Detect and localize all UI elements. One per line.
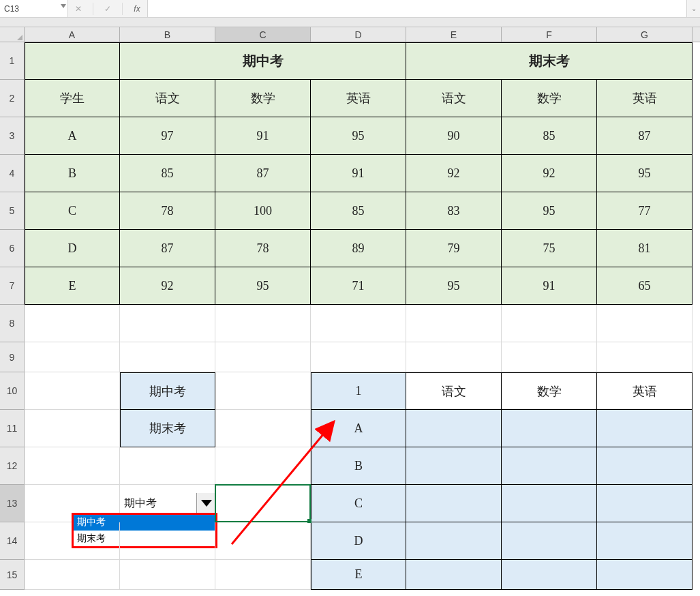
cell-G9[interactable] (597, 342, 693, 372)
cell-G10[interactable]: 英语 (597, 372, 693, 410)
cell-F6[interactable]: 75 (502, 230, 597, 267)
cell-B9[interactable] (120, 342, 215, 372)
cell-D7[interactable]: 71 (311, 267, 406, 305)
cell-C15[interactable] (215, 560, 311, 590)
cell-F9[interactable] (502, 342, 597, 372)
formula-input[interactable] (148, 0, 686, 17)
cell-E9[interactable] (406, 342, 502, 372)
cell-E15[interactable] (406, 560, 502, 590)
cell-A4[interactable]: B (25, 155, 120, 192)
cell-A6[interactable]: D (25, 230, 120, 267)
row-header-14[interactable]: 14 (0, 522, 25, 560)
cell-E3[interactable]: 90 (406, 117, 502, 155)
cell-F4[interactable]: 92 (502, 155, 597, 192)
cell-D9[interactable] (311, 342, 406, 372)
cell-D3[interactable]: 95 (311, 117, 406, 155)
row-header-9[interactable]: 9 (0, 342, 25, 372)
cell-G6[interactable]: 81 (597, 230, 693, 267)
data-validation-dropdown[interactable]: 期中考 期中考 期末考 (120, 493, 215, 513)
cell-A12[interactable] (25, 447, 120, 485)
col-header-A[interactable]: A (25, 27, 120, 42)
cell-E13[interactable] (406, 485, 502, 522)
cell-C11[interactable] (215, 410, 311, 447)
row-header-4[interactable]: 4 (0, 155, 25, 192)
cell-D15[interactable]: E (311, 560, 406, 590)
cell-C9[interactable] (215, 342, 311, 372)
cell-C5[interactable]: 100 (215, 192, 311, 230)
col-header-E[interactable]: E (406, 27, 502, 42)
row-header-8[interactable]: 8 (0, 305, 25, 342)
cell-A5[interactable]: C (25, 192, 120, 230)
col-header-F[interactable]: F (502, 27, 597, 42)
cell-A14[interactable] (25, 522, 120, 560)
cell-E5[interactable]: 83 (406, 192, 502, 230)
cell-A15[interactable] (25, 560, 120, 590)
cell-C10[interactable] (215, 372, 311, 410)
cell-A2[interactable]: 学生 (25, 80, 120, 117)
cell-D10[interactable]: 1 (311, 372, 406, 410)
cell-final-header[interactable]: 期末考 (406, 42, 693, 80)
fx-icon[interactable]: fx (131, 4, 143, 14)
chevron-down-icon[interactable] (61, 4, 66, 8)
cell-D13[interactable]: C (311, 485, 406, 522)
cell-F3[interactable]: 85 (502, 117, 597, 155)
cell-C14[interactable] (215, 522, 311, 560)
cell-G3[interactable]: 87 (597, 117, 693, 155)
row-header-12[interactable]: 12 (0, 447, 25, 485)
cell-B2[interactable]: 语文 (120, 80, 215, 117)
row-header-2[interactable]: 2 (0, 80, 25, 117)
cell-F15[interactable] (502, 560, 597, 590)
row-header-6[interactable]: 6 (0, 230, 25, 267)
cell-G14[interactable] (597, 522, 693, 560)
cell-G13[interactable] (597, 485, 693, 522)
cell-A7[interactable]: E (25, 267, 120, 305)
cell-C13[interactable] (215, 485, 311, 522)
cell-A3[interactable]: A (25, 117, 120, 155)
cell-C12[interactable] (215, 447, 311, 485)
row-header-3[interactable]: 3 (0, 117, 25, 155)
cell-B14[interactable] (120, 522, 215, 560)
cell-F11[interactable] (502, 410, 597, 447)
col-header-D[interactable]: D (311, 27, 406, 42)
row-header-7[interactable]: 7 (0, 267, 25, 305)
cell-D11[interactable]: A (311, 410, 406, 447)
cell-E14[interactable] (406, 522, 502, 560)
cell-A10[interactable] (25, 372, 120, 410)
cell-E6[interactable]: 79 (406, 230, 502, 267)
cell-B12[interactable] (120, 447, 215, 485)
cell-C7[interactable]: 95 (215, 267, 311, 305)
cell-G5[interactable]: 77 (597, 192, 693, 230)
cell-D2[interactable]: 英语 (311, 80, 406, 117)
cell-B10[interactable]: 期中考 (120, 372, 215, 410)
col-header-G[interactable]: G (597, 27, 693, 42)
cell-C8[interactable] (215, 305, 311, 342)
cell-D6[interactable]: 89 (311, 230, 406, 267)
cell-D12[interactable]: B (311, 447, 406, 485)
cell-D8[interactable] (311, 305, 406, 342)
row-header-11[interactable]: 11 (0, 410, 25, 447)
cell-F2[interactable]: 数学 (502, 80, 597, 117)
cell-A11[interactable] (25, 410, 120, 447)
cell-C3[interactable]: 91 (215, 117, 311, 155)
cell-D4[interactable]: 91 (311, 155, 406, 192)
cell-F8[interactable] (502, 305, 597, 342)
select-all-corner[interactable] (0, 27, 25, 42)
cell-G12[interactable] (597, 447, 693, 485)
cell-F10[interactable]: 数学 (502, 372, 597, 410)
cell-B13[interactable]: 期中考 期中考 期末考 (120, 485, 215, 522)
col-header-C[interactable]: C (215, 27, 311, 42)
dropdown-button[interactable] (196, 493, 215, 513)
row-header-15[interactable]: 15 (0, 560, 25, 590)
cell-F13[interactable] (502, 485, 597, 522)
cell-F14[interactable] (502, 522, 597, 560)
cell-G8[interactable] (597, 305, 693, 342)
cell-E10[interactable]: 语文 (406, 372, 502, 410)
cell-G2[interactable]: 英语 (597, 80, 693, 117)
cell-E8[interactable] (406, 305, 502, 342)
cell-A8[interactable] (25, 305, 120, 342)
cell-C6[interactable]: 78 (215, 230, 311, 267)
cell-C4[interactable]: 87 (215, 155, 311, 192)
cell-B5[interactable]: 78 (120, 192, 215, 230)
name-box[interactable]: C13 (0, 0, 68, 17)
cell-B11[interactable]: 期末考 (120, 410, 215, 447)
